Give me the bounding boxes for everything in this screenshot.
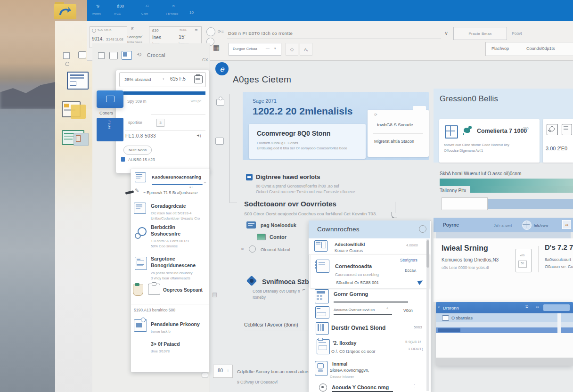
answer-link[interactable]: CcbMcsr l Avovor (3onn) bbox=[244, 322, 298, 327]
permit-sub1: Komuvios tong Dnedlos,N3 bbox=[442, 257, 499, 262]
tab-planning[interactable]: Plachvop bbox=[491, 46, 509, 51]
gears-icon bbox=[135, 227, 145, 239]
right-card-1[interactable]: Comelierta 7 1000 300 soovnt oun Cline s… bbox=[439, 119, 540, 163]
home-rail-icon[interactable] bbox=[216, 99, 224, 106]
popup-row-3[interactable]: Gornr Gornng bbox=[309, 287, 430, 305]
permit-right-title: D's 7.2 72 bbox=[545, 243, 573, 251]
progress-input[interactable] bbox=[442, 197, 488, 210]
hero-side-card[interactable]: ⟳ towbG8.S Svoade Migrerst ahtia Stacon bbox=[368, 110, 429, 157]
popup-row-7-sub: SloreA Kovncmggvn, bbox=[330, 368, 369, 373]
side-box-label: F9U8 bbox=[108, 121, 111, 130]
menu-item-5[interactable]: Sargotone Bonogridunescene 2a posso scot… bbox=[132, 255, 207, 282]
popup-row-4-input-value: Aecuma Ovence ovvt on bbox=[334, 308, 375, 312]
list-item-olnonot-label: Olnonot Ncbrxl bbox=[261, 247, 290, 252]
popup-row-4-caret: ˄ bbox=[386, 307, 388, 310]
titlebar-label-3: C sm bbox=[141, 12, 148, 15]
right-panel-heading: Gression0 Bellis bbox=[440, 94, 498, 103]
subwindow-window-icon[interactable] bbox=[109, 52, 118, 59]
hero-card-title: Ccomvreogr 8Q0 Stonn bbox=[257, 130, 330, 137]
page-number-box[interactable]: 80 i bbox=[213, 365, 233, 378]
popup-scrollbar-thumb[interactable] bbox=[426, 240, 429, 268]
popup-row-2[interactable]: Cornedtooadta Caorcocrust co oorebleg St… bbox=[310, 254, 430, 288]
popup-row-8[interactable]: Aoouda Y Cboonc nmg ⁚ bbox=[309, 381, 430, 392]
stats-metric-label: Spy 309 m bbox=[127, 99, 147, 104]
speaker-icon[interactable]: ◄) bbox=[196, 133, 201, 138]
subwindow-close-button[interactable]: CX bbox=[202, 57, 208, 62]
menu-item-4[interactable]: Berbdct9n Soshoesnlre 1.0 cord? & Corts … bbox=[132, 223, 207, 252]
popup-row-6[interactable]: '2. Iloxdsy O /. C0 I1rqeoc oc ooor 5 9(… bbox=[309, 336, 430, 359]
calculator-icon bbox=[315, 289, 329, 303]
desktop-form-icon[interactable] bbox=[67, 72, 89, 90]
menu-item-8[interactable]: 3> 0f Patacd droe 3/1078 bbox=[132, 338, 207, 359]
pen-icon: ✎ bbox=[135, 188, 139, 194]
permit-doc-icon[interactable]: a00 50 bbox=[516, 249, 532, 272]
contor-icon bbox=[257, 234, 266, 240]
practice-button[interactable]: Practe Bmax bbox=[453, 27, 507, 40]
building-icon bbox=[316, 322, 329, 335]
lower-progress-bar bbox=[436, 327, 573, 333]
lower-title-chevron: ∨ bbox=[438, 305, 440, 309]
subwindow-checkbox-icon[interactable] bbox=[98, 52, 105, 59]
popup-refresh-icon[interactable] bbox=[419, 225, 426, 233]
popup-row-1[interactable]: Adoctowltlclkl Kooa e Gocrus 4.00/00 bbox=[309, 238, 430, 255]
menu-item-6-title: Oopreos Sopoant bbox=[163, 287, 203, 293]
desktop-photo-icon[interactable] bbox=[74, 133, 89, 146]
search-input[interactable] bbox=[227, 27, 441, 39]
folder-code-label: FE1.0.8 5033 bbox=[125, 133, 156, 139]
sportise-select[interactable]: 3 bbox=[156, 119, 164, 127]
desktop-folder-yellow-icon[interactable] bbox=[71, 105, 86, 119]
popup-row-2-right1: Storigrors bbox=[400, 258, 417, 262]
mute-pill-button[interactable]: Nute Nons bbox=[123, 146, 152, 155]
box-rail-icon[interactable] bbox=[215, 138, 224, 145]
shape-tool-button[interactable]: ◇ bbox=[286, 43, 298, 56]
send-icon[interactable] bbox=[417, 278, 424, 285]
popup-row-8-more: ⁚ bbox=[414, 384, 415, 388]
category-combobox[interactable]: Durgoe Cvbaa — ▾ bbox=[229, 43, 281, 56]
titlebar-item-4[interactable]: n ( B/Yvooo bbox=[166, 4, 188, 19]
desktop-checkbox-icon[interactable] bbox=[63, 52, 70, 59]
popup-row-4[interactable]: Aecuma Ovence ovvt on ˄ V0on bbox=[309, 305, 430, 321]
menu-item-3[interactable]: Goradagrdcate Otc risen bux ott 5/0193-4… bbox=[132, 201, 207, 223]
popup-row-2-right2: Eccav. bbox=[405, 268, 417, 273]
permit-header-icon[interactable]: 15 bbox=[562, 220, 571, 229]
titlebar-item-5[interactable]: 10 bbox=[188, 4, 200, 19]
lower-row-1[interactable]: O sbansias bbox=[436, 313, 573, 322]
lower-titlebar[interactable]: ∨ Drsronn ಬ ≡≡ bbox=[436, 302, 573, 313]
right-card-2[interactable]: 3.00 2'E0 bbox=[543, 119, 573, 163]
popup-scrollbar[interactable] bbox=[426, 239, 429, 391]
menu-item-6[interactable]: Oopreos Sopoant bbox=[132, 283, 207, 302]
titlebar-item-2[interactable]: d30 A GG bbox=[114, 4, 133, 19]
desktop-window-icon[interactable] bbox=[78, 51, 86, 58]
grid-view-icon[interactable]: ▦ bbox=[213, 43, 220, 52]
menu-item-2[interactable]: ✎ ~ Eprnuwk 71 5 Bi al)ordscase a i bbox=[125, 187, 207, 200]
hero-side-title: towbG8.S Svoade bbox=[377, 122, 413, 127]
permit-header-icon-label: 15 bbox=[565, 223, 568, 226]
primary-blue-button[interactable] bbox=[97, 90, 123, 108]
titlebar-item-3[interactable]: .C C sm bbox=[141, 4, 160, 19]
help-circle-button[interactable] bbox=[206, 27, 215, 36]
permit-header-mid: Jal r a. swrt bbox=[494, 223, 512, 228]
progress-bar-2 bbox=[470, 186, 573, 193]
folder-shortcut-icon[interactable] bbox=[54, 2, 76, 20]
printer-icon[interactable] bbox=[194, 75, 203, 83]
refresh-icon[interactable]: ⟲ bbox=[137, 51, 141, 58]
lower-search-box[interactable] bbox=[543, 304, 570, 311]
popup-row-1-right: 4.00/00 bbox=[406, 243, 418, 247]
menu-item-1-title: Kaoduesunoacnoaning bbox=[152, 174, 201, 180]
hero-card[interactable]: Ccomvreogr 8Q0 Stonn Foorricft /Onnu g E… bbox=[249, 124, 366, 159]
progress-label-2: Tallonny Pltx bbox=[440, 188, 466, 193]
tab-counts-reports[interactable]: Counds/0dp1ts bbox=[526, 46, 555, 51]
font-tool-button[interactable]: A, bbox=[300, 43, 312, 56]
list-rail-icon[interactable]: ▤ bbox=[212, 291, 217, 298]
popup-row-3-title: Gornr Gornng bbox=[334, 291, 368, 297]
globe-icon[interactable] bbox=[522, 220, 532, 230]
popup-row-7[interactable]: Innmal SloreA Kovncmggvn, Ceoour lvloore… bbox=[309, 358, 430, 381]
subwindow-split-icon[interactable] bbox=[122, 51, 132, 60]
search-chevron-icon[interactable]: ∨ bbox=[444, 30, 448, 36]
popup-row-5[interactable]: Derstlr Ovne1 Slond 5063 bbox=[309, 320, 430, 337]
menu-item-1[interactable]: Kaoduesunoacnoaning ≂ bbox=[132, 172, 207, 188]
side-blue-box[interactable]: F9U8 bbox=[97, 118, 123, 141]
menu-item-7[interactable]: Pensdelune Prkoony troroe task b bbox=[132, 317, 207, 337]
popup-row-6-title: '2. Iloxdsy bbox=[333, 340, 356, 346]
titlebar-item-1[interactable]: '9 Ivones bbox=[92, 4, 111, 19]
